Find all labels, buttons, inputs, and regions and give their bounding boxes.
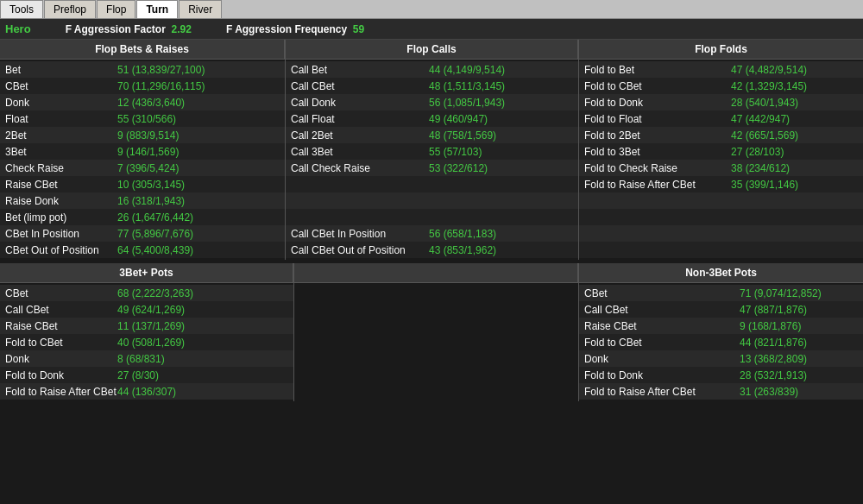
empty-header: [293, 263, 578, 282]
table-row: CBet71 (9,074/12,852): [579, 285, 863, 301]
table-row: Call 3Bet55 (57/103): [286, 143, 578, 160]
table-row: Raise CBet9 (168/1,876): [579, 318, 863, 334]
table-row: Raise Donk16 (318/1,943): [0, 192, 285, 209]
table-row: Fold to CBet42 (1,329/3,145): [579, 78, 863, 94]
threebet-col: CBet68 (2,222/3,263)Call CBet49 (624/1,2…: [0, 283, 293, 401]
table-row: Float55 (310/566): [0, 110, 285, 127]
table-row: Call CBet49 (624/1,269): [0, 301, 293, 318]
table-row: CBet70 (11,296/16,115): [0, 78, 285, 94]
table-row: 2Bet9 (883/9,514): [0, 127, 285, 143]
threebet-header: 3Bet+ Pots: [0, 263, 293, 282]
aggression-frequency: F Aggression Frequency 59: [226, 23, 364, 35]
bottom-section-headers: 3Bet+ Pots Non-3Bet Pots: [0, 263, 863, 283]
table-row: Call CBet In Position56 (658/1,183): [286, 225, 578, 242]
aggression-factor: F Aggression Factor 2.92: [66, 23, 192, 35]
tab-turn[interactable]: Turn: [136, 0, 178, 18]
table-row: Fold to Raise After CBet35 (399/1,146): [579, 176, 863, 192]
table-row: [286, 192, 578, 209]
table-row: Check Raise7 (396/5,424): [0, 160, 285, 176]
table-row: [579, 225, 863, 242]
table-row: Call CBet47 (887/1,876): [579, 301, 863, 318]
hero-row: Hero F Aggression Factor 2.92 F Aggressi…: [0, 19, 863, 40]
table-row: Call CBet48 (1,511/3,145): [286, 78, 578, 94]
hero-label: Hero: [5, 22, 31, 35]
table-row: [286, 209, 578, 225]
tab-tools[interactable]: Tools: [0, 0, 43, 18]
calls-header: Flop Calls: [285, 40, 578, 59]
bets-raises-header: Flop Bets & Raises: [0, 40, 285, 59]
tab-bar: Tools Preflop Flop Turn River: [0, 0, 863, 19]
bets-raises-col: Bet51 (13,839/27,100)CBet70 (11,296/16,1…: [0, 60, 285, 260]
table-row: Call 2Bet48 (758/1,569): [286, 127, 578, 143]
table-row: Fold to Bet47 (4,482/9,514): [579, 61, 863, 78]
table-row: Call Float49 (460/947): [286, 110, 578, 127]
table-row: Fold to Donk27 (8/30): [0, 367, 293, 383]
table-row: Call CBet Out of Position43 (853/1,962): [286, 242, 578, 258]
table-row: Fold to Donk28 (532/1,913): [579, 367, 863, 383]
table-row: Fold to Check Raise38 (234/612): [579, 160, 863, 176]
table-row: Bet51 (13,839/27,100): [0, 61, 285, 78]
table-row: Donk13 (368/2,809): [579, 350, 863, 367]
tab-flop[interactable]: Flop: [97, 0, 135, 18]
non3bet-col: CBet71 (9,074/12,852)Call CBet47 (887/1,…: [578, 283, 863, 401]
bottom-data: CBet68 (2,222/3,263)Call CBet49 (624/1,2…: [0, 283, 863, 401]
folds-col: Fold to Bet47 (4,482/9,514)Fold to CBet4…: [578, 60, 863, 260]
table-row: [579, 242, 863, 258]
tab-river[interactable]: River: [179, 0, 222, 18]
table-row: Call Check Raise53 (322/612): [286, 160, 578, 176]
flop-section-headers: Flop Bets & Raises Flop Calls Flop Folds: [0, 40, 863, 60]
table-row: [579, 192, 863, 209]
table-row: Fold to CBet40 (508/1,269): [0, 334, 293, 350]
table-row: Fold to Raise After CBet31 (263/839): [579, 383, 863, 400]
table-row: [286, 176, 578, 192]
table-row: Call Bet44 (4,149/9,514): [286, 61, 578, 78]
table-row: [579, 209, 863, 225]
table-row: Call Donk56 (1,085/1,943): [286, 94, 578, 110]
table-row: Fold to 2Bet42 (665/1,569): [579, 127, 863, 143]
folds-header: Flop Folds: [578, 40, 863, 59]
table-row: Fold to 3Bet27 (28/103): [579, 143, 863, 160]
table-row: 3Bet9 (146/1,569): [0, 143, 285, 160]
table-row: Fold to Donk28 (540/1,943): [579, 94, 863, 110]
tab-preflop[interactable]: Preflop: [44, 0, 96, 18]
table-row: Fold to Raise After CBet44 (136/307): [0, 383, 293, 400]
table-row: CBet68 (2,222/3,263): [0, 285, 293, 301]
non3bet-header: Non-3Bet Pots: [578, 263, 863, 282]
table-row: Raise CBet10 (305/3,145): [0, 176, 285, 192]
table-row: Fold to Float47 (442/947): [579, 110, 863, 127]
table-row: Donk8 (68/831): [0, 350, 293, 367]
calls-col: Call Bet44 (4,149/9,514)Call CBet48 (1,5…: [285, 60, 578, 260]
table-row: Donk12 (436/3,640): [0, 94, 285, 110]
table-row: CBet Out of Position64 (5,400/8,439): [0, 242, 285, 258]
flop-data: Bet51 (13,839/27,100)CBet70 (11,296/16,1…: [0, 60, 863, 260]
empty-col: [293, 283, 578, 401]
table-row: CBet In Position77 (5,896/7,676): [0, 225, 285, 242]
table-row: Bet (limp pot)26 (1,647/6,442): [0, 209, 285, 225]
table-row: Fold to CBet44 (821/1,876): [579, 334, 863, 350]
table-row: Raise CBet11 (137/1,269): [0, 318, 293, 334]
